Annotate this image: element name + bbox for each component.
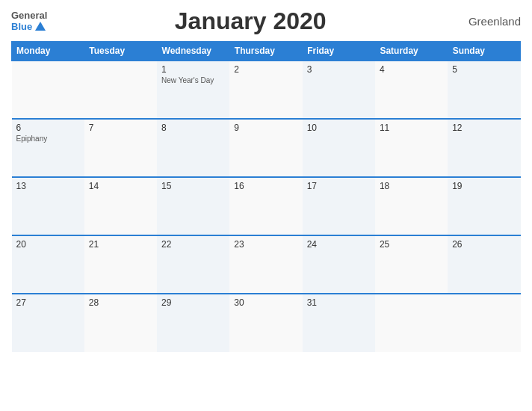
day-cell: 6Epiphany — [12, 119, 84, 177]
day-number: 22 — [161, 239, 225, 250]
weekday-header-monday: Monday — [12, 42, 84, 61]
day-number: 1 — [161, 64, 225, 75]
day-number: 3 — [307, 64, 371, 75]
calendar-table: MondayTuesdayWednesdayThursdayFridaySatu… — [11, 41, 521, 352]
day-cell: 2 — [229, 61, 302, 119]
day-number: 23 — [234, 239, 297, 250]
day-cell: 29 — [157, 294, 229, 352]
weekday-header-wednesday: Wednesday — [157, 42, 229, 61]
day-cell — [84, 61, 157, 119]
day-number: 30 — [234, 297, 297, 308]
day-cell: 28 — [84, 294, 157, 352]
day-number: 24 — [307, 239, 371, 250]
holiday-name: New Year's Day — [161, 76, 225, 84]
day-cell: 3 — [303, 61, 375, 119]
day-cell: 12 — [448, 119, 520, 177]
holiday-name: Epiphany — [16, 135, 80, 143]
day-number: 25 — [380, 239, 443, 250]
day-number: 6 — [16, 123, 80, 133]
day-cell: 26 — [448, 235, 520, 294]
day-cell: 16 — [229, 177, 302, 235]
day-cell: 15 — [157, 177, 229, 235]
region-label: Greenland — [454, 15, 521, 28]
day-number: 11 — [380, 123, 443, 133]
day-cell: 10 — [303, 119, 375, 177]
logo-blue-text: Blue — [11, 22, 32, 32]
day-cell: 30 — [229, 294, 302, 352]
day-cell — [448, 294, 520, 352]
day-number: 14 — [89, 181, 152, 191]
day-cell: 11 — [375, 119, 448, 177]
calendar-title: January 2020 — [47, 7, 454, 35]
day-number: 17 — [307, 181, 371, 191]
week-row-3: 13141516171819 — [12, 177, 521, 235]
logo: General Blue — [11, 10, 47, 32]
day-cell — [375, 294, 448, 352]
weekday-header-row: MondayTuesdayWednesdayThursdayFridaySatu… — [12, 42, 521, 61]
day-cell: 1New Year's Day — [157, 61, 229, 119]
day-number: 8 — [161, 123, 225, 133]
day-number: 27 — [16, 297, 80, 308]
day-cell: 14 — [84, 177, 157, 235]
day-cell: 7 — [84, 119, 157, 177]
day-number: 16 — [234, 181, 297, 191]
day-cell: 9 — [229, 119, 302, 177]
day-cell: 5 — [448, 61, 520, 119]
weekday-header-thursday: Thursday — [229, 42, 302, 61]
week-row-5: 2728293031 — [12, 294, 521, 352]
day-number: 12 — [452, 123, 516, 133]
day-number: 10 — [307, 123, 371, 133]
day-number: 7 — [89, 123, 152, 133]
day-cell: 31 — [303, 294, 375, 352]
day-number: 5 — [452, 64, 516, 75]
day-number: 13 — [16, 181, 80, 191]
day-cell: 27 — [12, 294, 84, 352]
day-number: 31 — [307, 297, 371, 308]
logo-general-text: General — [11, 10, 47, 21]
day-number: 4 — [380, 64, 443, 75]
day-cell: 4 — [375, 61, 448, 119]
week-row-2: 6Epiphany789101112 — [12, 119, 521, 177]
logo-blue-row: Blue — [11, 22, 47, 32]
day-cell: 23 — [229, 235, 302, 294]
day-cell: 17 — [303, 177, 375, 235]
day-cell: 18 — [375, 177, 448, 235]
day-number: 20 — [16, 239, 80, 250]
day-number: 29 — [161, 297, 225, 308]
day-number: 21 — [89, 239, 152, 250]
day-number: 19 — [452, 181, 516, 191]
logo-triangle-icon — [35, 22, 46, 31]
day-number: 9 — [234, 123, 297, 133]
day-cell: 24 — [303, 235, 375, 294]
day-number: 18 — [380, 181, 443, 191]
weekday-header-tuesday: Tuesday — [84, 42, 157, 61]
weekday-header-sunday: Sunday — [448, 42, 520, 61]
day-number: 15 — [161, 181, 225, 191]
day-cell: 19 — [448, 177, 520, 235]
weekday-header-friday: Friday — [303, 42, 375, 61]
day-cell: 13 — [12, 177, 84, 235]
day-number: 28 — [89, 297, 152, 308]
day-number: 2 — [234, 64, 297, 75]
day-cell — [12, 61, 84, 119]
week-row-1: 1New Year's Day2345 — [12, 61, 521, 119]
header: General Blue January 2020 Greenland — [11, 7, 521, 35]
calendar-container: General Blue January 2020 Greenland Mond… — [0, 0, 532, 411]
day-cell: 22 — [157, 235, 229, 294]
day-cell: 20 — [12, 235, 84, 294]
day-cell: 8 — [157, 119, 229, 177]
day-cell: 25 — [375, 235, 448, 294]
week-row-4: 20212223242526 — [12, 235, 521, 294]
day-cell: 21 — [84, 235, 157, 294]
weekday-header-saturday: Saturday — [375, 42, 448, 61]
day-number: 26 — [452, 239, 516, 250]
